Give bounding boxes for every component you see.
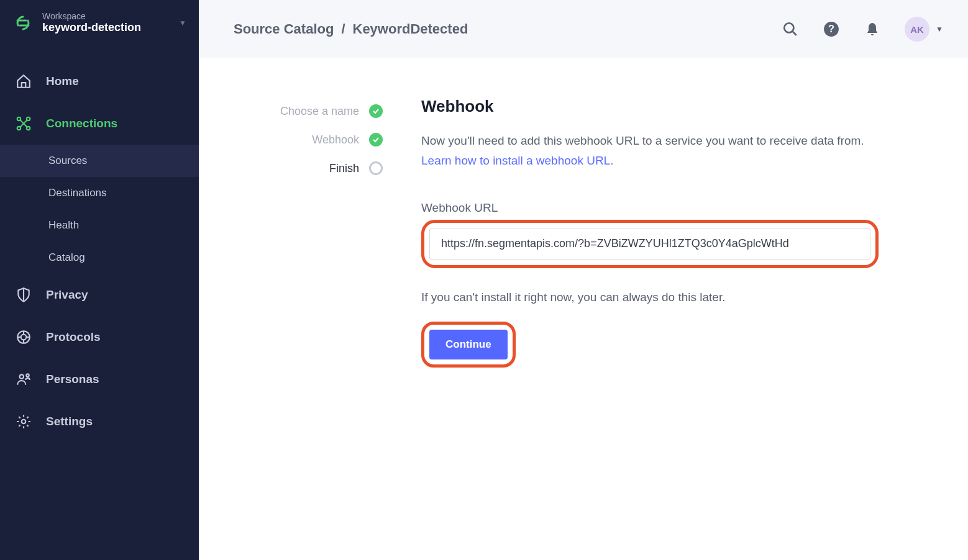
sidebar-item-privacy[interactable]: Privacy <box>0 274 199 316</box>
connections-icon <box>15 115 32 132</box>
breadcrumb-separator: / <box>341 21 345 37</box>
workspace-text: Workspace keyword-detection <box>42 11 170 34</box>
home-icon <box>15 73 32 90</box>
sidebar-item-connections[interactable]: Connections <box>0 102 199 145</box>
workspace-selector[interactable]: Workspace keyword-detection ▼ <box>0 0 199 45</box>
sidebar-item-label: Protocols <box>46 330 101 344</box>
sidebar-subitem-health[interactable]: Health <box>0 209 199 242</box>
sidebar-subitem-catalog[interactable]: Catalog <box>0 242 199 274</box>
svg-point-3 <box>27 127 30 130</box>
step-finish: Finish <box>234 154 383 183</box>
sidebar-item-label: Privacy <box>46 288 88 302</box>
svg-point-9 <box>784 23 793 32</box>
user-menu[interactable]: AK ▼ <box>905 17 943 42</box>
bell-icon[interactable] <box>864 20 881 38</box>
svg-text:?: ? <box>828 23 834 34</box>
page-title: Webhook <box>421 97 933 116</box>
svg-point-6 <box>20 374 24 379</box>
search-icon[interactable] <box>782 20 799 38</box>
continue-button[interactable]: Continue <box>429 330 508 359</box>
check-icon <box>369 133 383 147</box>
svg-point-0 <box>17 117 21 120</box>
sidebar-item-label: Personas <box>46 373 99 386</box>
breadcrumb: Source Catalog / KeywordDetected <box>234 21 468 37</box>
protocols-icon <box>15 328 32 346</box>
sidebar-item-label: Settings <box>46 415 93 428</box>
help-icon[interactable]: ? <box>823 20 840 38</box>
step-label: Finish <box>329 162 359 175</box>
breadcrumb-item[interactable]: Source Catalog <box>234 21 334 37</box>
sidebar-item-label: Connections <box>46 117 117 130</box>
circle-icon <box>369 161 383 175</box>
sidebar-item-protocols[interactable]: Protocols <box>0 316 199 358</box>
page-description: Now you'll need to add this webhook URL … <box>421 131 881 171</box>
personas-icon <box>15 371 32 388</box>
sidebar-item-settings[interactable]: Settings <box>0 400 199 443</box>
avatar: AK <box>905 17 929 42</box>
step-label: Choose a name <box>280 105 359 118</box>
svg-point-8 <box>22 420 26 424</box>
svg-point-7 <box>26 374 29 376</box>
step-choose-name: Choose a name <box>234 97 383 125</box>
shield-icon <box>15 286 32 304</box>
sidebar-item-home[interactable]: Home <box>0 60 199 102</box>
sidebar-item-label: Home <box>46 75 79 88</box>
chevron-down-icon: ▼ <box>179 19 186 27</box>
svg-point-5 <box>21 335 27 340</box>
field-label: Webhook URL <box>421 201 933 215</box>
breadcrumb-item-current: KeywordDetected <box>353 21 468 37</box>
svg-point-1 <box>27 117 30 120</box>
highlight-annotation: Continue <box>421 322 516 368</box>
highlight-annotation <box>421 220 879 268</box>
workspace-label: Workspace <box>42 11 170 21</box>
step-webhook: Webhook <box>234 125 383 154</box>
helper-text: If you can't install it right now, you c… <box>421 291 933 304</box>
sidebar-subitem-sources[interactable]: Sources <box>0 145 199 177</box>
webhook-url-input[interactable] <box>429 228 870 260</box>
chevron-down-icon: ▼ <box>936 25 943 34</box>
learn-more-link[interactable]: Learn how to install a webhook URL. <box>421 154 613 167</box>
gear-icon <box>15 413 32 430</box>
step-label: Webhook <box>312 133 359 147</box>
check-icon <box>369 104 383 118</box>
sidebar-item-personas[interactable]: Personas <box>0 358 199 400</box>
logo-icon <box>12 12 34 34</box>
svg-point-2 <box>17 127 21 130</box>
workspace-name: keyword-detection <box>42 21 170 34</box>
sidebar-subitem-destinations[interactable]: Destinations <box>0 177 199 209</box>
